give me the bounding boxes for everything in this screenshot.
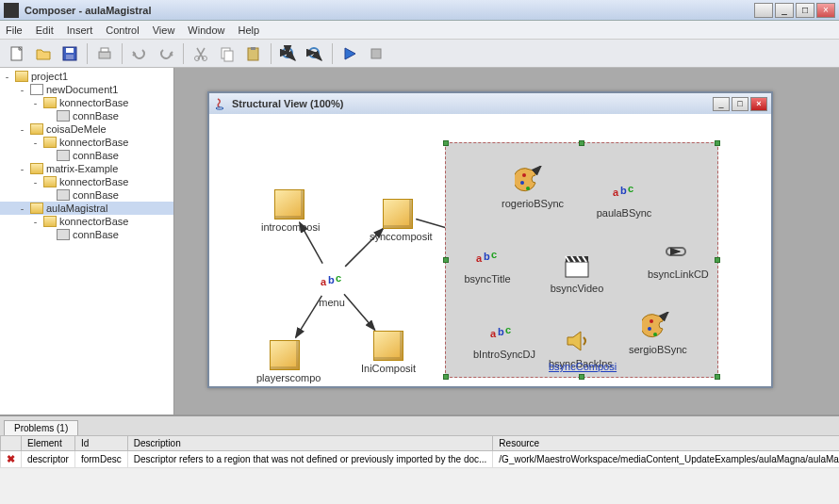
tree-item[interactable]: connBase [0,228,173,241]
svg-point-42 [648,327,651,331]
resize-handle[interactable] [579,374,584,380]
minimize-button[interactable]: _ [775,3,794,18]
diagram-node-bsyncVideo[interactable]: bsyncVideo [549,251,605,294]
redo-icon[interactable] [155,42,177,65]
node-label: menu [304,297,360,308]
close-button[interactable]: × [816,3,835,18]
structural-view-body[interactable]: introcomposisynccompositabcmenuplayersco… [209,114,771,386]
conn-icon [57,229,70,240]
stop-icon[interactable] [365,42,387,65]
diagram-node-bIntroSyncDJ[interactable]: abcbIntroSyncDJ [473,317,530,360]
problem-description: Descriptor refers to a region that was n… [127,451,493,468]
tree-item[interactable]: -coisaDeMele [0,122,173,136]
tree-item-label: konnectorBase [59,216,128,227]
resize-handle[interactable] [443,374,449,380]
window-title: Composer - aulaMagistral [25,5,752,16]
diagram-node-bsyncLinkCD[interactable]: bsyncLinkCD [648,236,704,280]
app-icon [4,3,19,18]
zoom-in-icon[interactable] [277,42,300,65]
node-label: bsyncTitle [459,273,516,285]
menu-view[interactable]: View [153,24,175,36]
svg-rect-5 [101,48,108,52]
conn-icon [57,189,70,201]
copy-icon[interactable] [216,42,239,65]
print-icon[interactable] [93,42,116,65]
resize-handle[interactable] [715,140,720,146]
menu-window[interactable]: Window [188,24,224,36]
paste-icon[interactable] [242,42,265,65]
diagram-node-synccomposit[interactable]: synccomposit [370,199,426,242]
col-resource[interactable]: Resource [493,436,839,451]
tree-item[interactable]: -konnectorBase [0,215,173,228]
diagram-node-bsyncTitle[interactable]: abcbsyncTitle [459,241,516,285]
tree-item[interactable]: -aulaMagistral [0,202,173,215]
resize-handle[interactable] [715,374,720,380]
tree-item[interactable]: -konnectorBase [0,96,173,109]
maximize-button[interactable]: □ [796,3,814,18]
resize-handle[interactable] [443,257,449,263]
tree-item[interactable]: connBase [0,109,173,122]
folder-icon [30,203,43,214]
resize-handle[interactable] [579,140,584,146]
menu-file[interactable]: File [6,24,23,36]
node-label: bIntroSyncDJ [473,349,530,360]
sv-minimize-button[interactable]: _ [713,97,730,111]
menubar: File Edit Insert Control View Window Hel… [0,21,839,40]
svg-text:b: b [498,326,504,337]
folder-icon [43,137,57,148]
problems-table[interactable]: Element Id Description Resource ✖ descri… [0,435,839,504]
menu-insert[interactable]: Insert [67,24,93,36]
resize-handle[interactable] [715,257,720,263]
diagram-node-rogerioBSync[interactable]: rogerioBSync [502,166,558,209]
sv-maximize-button[interactable]: □ [732,97,749,111]
col-icon[interactable] [1,436,22,451]
svg-text:c: c [628,183,633,194]
tree-item[interactable]: -matrix-Example [0,162,173,175]
svg-line-13 [291,57,295,60]
toolbar-separator [332,43,333,64]
menu-control[interactable]: Control [106,24,139,36]
structural-view-titlebar[interactable]: Structural View (100%) _ □ × [209,93,771,114]
project-tree[interactable]: - project1 -newDocument1-konnectorBaseco… [0,68,174,415]
save-icon[interactable] [58,42,81,65]
sys-blank-button[interactable] [754,3,773,18]
tree-item[interactable]: -konnectorBase [0,136,173,149]
editor-canvas[interactable]: Structural View (100%) _ □ × [174,68,839,415]
col-id[interactable]: Id [74,436,127,451]
tree-item-label: konnectorBase [59,137,128,148]
zoom-out-icon[interactable] [304,42,326,65]
tree-item[interactable]: connBase [0,149,173,162]
diagram-node-playerscompo[interactable]: playerscompo [256,340,313,383]
play-icon[interactable] [338,42,361,65]
folder-icon [43,176,57,187]
diagram-node-bsyncComposi[interactable]: bsyncComposi [549,361,605,372]
toolbar-separator [122,43,123,64]
svg-point-20 [216,107,223,109]
open-icon[interactable] [32,42,55,65]
folder-icon [43,216,57,227]
diagram-node-paulaBSync[interactable]: abcpaulaBSync [596,175,652,219]
cut-icon[interactable] [189,42,212,65]
menu-edit[interactable]: Edit [36,24,54,36]
node-label: bsyncComposi [549,361,605,372]
diagram-node-introcomposi[interactable]: introcomposi [261,189,318,233]
tree-item[interactable]: -konnectorBase [0,175,173,188]
col-element[interactable]: Element [22,436,75,451]
tree-root[interactable]: - project1 [0,70,173,83]
diagram-node-IniComposit[interactable]: IniComposit [360,331,417,374]
undo-icon[interactable] [128,42,151,65]
menu-help[interactable]: Help [238,24,259,36]
new-icon[interactable] [6,42,28,65]
col-description[interactable]: Description [127,436,493,451]
tree-item[interactable]: connBase [0,188,173,202]
sv-close-button[interactable]: × [750,97,767,111]
problems-tab[interactable]: Problems (1) [4,420,78,435]
diagram-node-sergioBSync[interactable]: sergioBSync [629,312,685,355]
tree-item[interactable]: -newDocument1 [0,83,173,96]
diagram-node-menu[interactable]: abcmenu [304,265,360,308]
svg-text:b: b [620,185,627,196]
main-toolbar [0,40,839,68]
svg-text:b: b [484,251,490,262]
resize-handle[interactable] [443,140,449,146]
problem-row[interactable]: ✖ descriptor formDesc Descriptor refers … [1,451,840,468]
